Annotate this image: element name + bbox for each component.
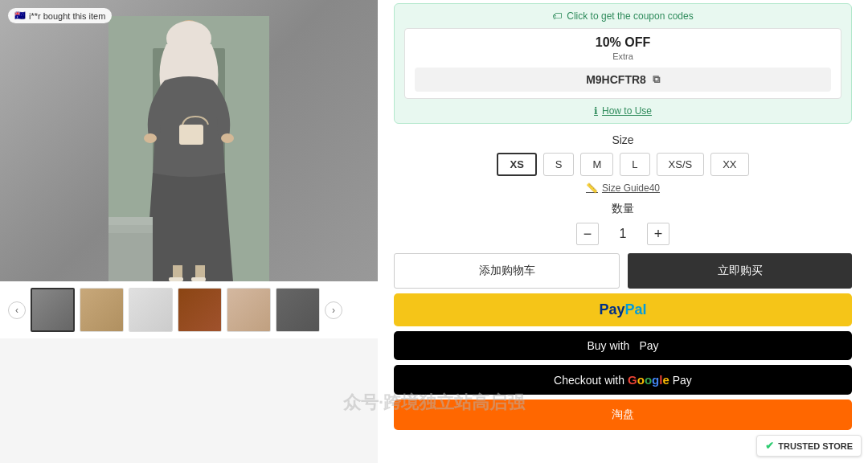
thumbnail-6[interactable] [276,288,320,332]
coupon-discount: 10% OFF [415,35,831,50]
coupon-tag-icon: 🏷 [552,10,562,22]
add-to-cart-button[interactable]: 添加购物车 [394,253,620,289]
apple-pay-prefix: Buy with [587,339,629,352]
flag-icon: 🇦🇺 [14,10,26,21]
size-l[interactable]: L [620,153,649,176]
size-label: Size [394,133,852,146]
copy-icon[interactable]: ⧉ [653,73,660,86]
size-options: XS S M L XS/S XX [394,153,852,176]
action-buttons: 添加购物车 立即购买 [394,253,852,289]
google-g-logo: Google [628,373,669,387]
trusted-store-badge: ✔ TRUSTED STORE [756,435,862,457]
coupon-click-row[interactable]: 🏷 Click to get the coupon codes [404,10,841,22]
how-to-use-text: How to Use [602,105,652,117]
svg-rect-13 [108,225,153,233]
apple-pay-button[interactable]: Buy with Pay [394,331,852,360]
thumb-prev-arrow[interactable]: ‹ [8,301,26,319]
svg-rect-11 [191,277,206,281]
svg-rect-12 [108,217,153,225]
ruler-icon: 📏 [586,182,598,194]
google-pay-button[interactable]: Checkout with Google Pay [394,365,852,395]
thumbnail-4[interactable] [178,288,222,332]
google-pay-suffix: Pay [673,374,692,387]
quantity-plus-button[interactable]: + [647,223,669,245]
thumb-next-arrow[interactable]: › [325,301,342,319]
thumbnail-row: ‹ › [0,281,378,338]
quantity-minus-button[interactable]: − [576,223,599,245]
coupon-extra: Extra [415,51,831,61]
quantity-label: 数量 [394,202,852,216]
paypal-button[interactable]: PayPal [394,293,852,326]
size-xss[interactable]: XS/S [657,153,705,176]
apple-pay-suffix: Pay [639,339,658,352]
coupon-banner: 🏷 Click to get the coupon codes 10% OFF … [394,3,852,124]
coupon-box: 10% OFF Extra M9HCFTR8 ⧉ [404,28,841,99]
coupon-code: M9HCFTR8 [586,73,646,86]
thumbnail-3[interactable] [129,288,173,332]
page-wrapper: 🇦🇺 i**r bought this item [0,0,868,463]
bought-text: i**r bought this item [29,11,105,21]
thumbnail-2[interactable] [80,288,124,332]
svg-rect-7 [179,125,203,145]
bought-badge: 🇦🇺 i**r bought this item [8,8,112,23]
trusted-check-icon: ✔ [765,440,774,452]
size-xx[interactable]: XX [710,153,748,176]
trusted-store-text: TRUSTED STORE [778,441,853,451]
main-product-image [0,0,378,281]
taobao-button[interactable]: 淘盘 [394,399,852,430]
how-to-use-row[interactable]: ℹ How to Use [404,105,841,117]
size-section: Size XS S M L XS/S XX 📏 Size Guide40 [394,133,852,194]
info-icon: ℹ [594,105,598,117]
svg-point-5 [144,133,157,143]
product-image-section: 🇦🇺 i**r bought this item [0,0,378,463]
thumbnail-5[interactable] [227,288,271,332]
svg-rect-14 [108,233,153,281]
svg-rect-10 [169,277,183,281]
dress-svg [108,16,269,281]
quantity-section: 数量 − 1 + [394,202,852,245]
coupon-code-row: M9HCFTR8 ⧉ [415,68,831,92]
size-xs[interactable]: XS [497,153,536,176]
paypal-logo: PayPal [599,301,646,318]
size-guide-text: Size Guide40 [602,182,660,194]
quantity-controls: − 1 + [394,223,852,245]
coupon-click-text: Click to get the coupon codes [567,10,693,22]
google-pay-prefix: Checkout with [554,374,624,387]
quantity-value: 1 [615,227,631,241]
buy-now-button[interactable]: 立即购买 [628,253,852,289]
size-s[interactable]: S [543,153,575,176]
thumbnail-1[interactable] [31,288,75,332]
size-guide-row[interactable]: 📏 Size Guide40 [394,182,852,194]
svg-point-6 [221,133,234,143]
product-details-section: 🏷 Click to get the coupon codes 10% OFF … [378,0,868,463]
size-m[interactable]: M [580,153,613,176]
